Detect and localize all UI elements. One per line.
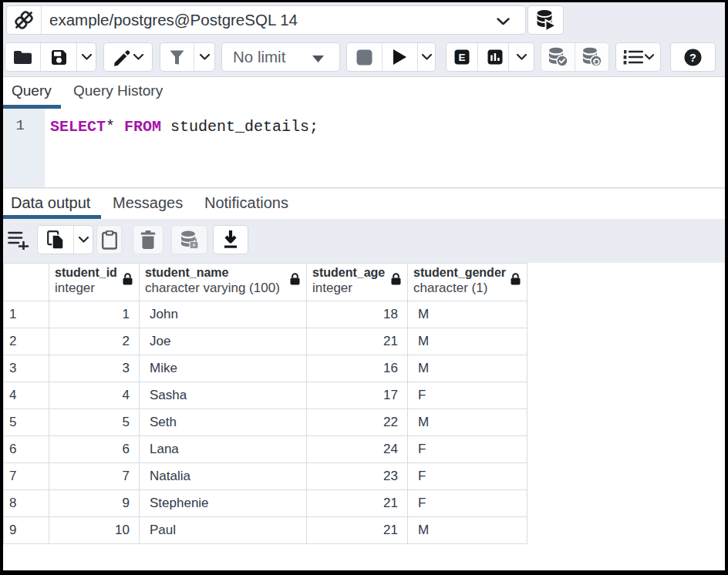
svg-text:E: E (458, 52, 465, 63)
svg-text:?: ? (689, 51, 696, 63)
